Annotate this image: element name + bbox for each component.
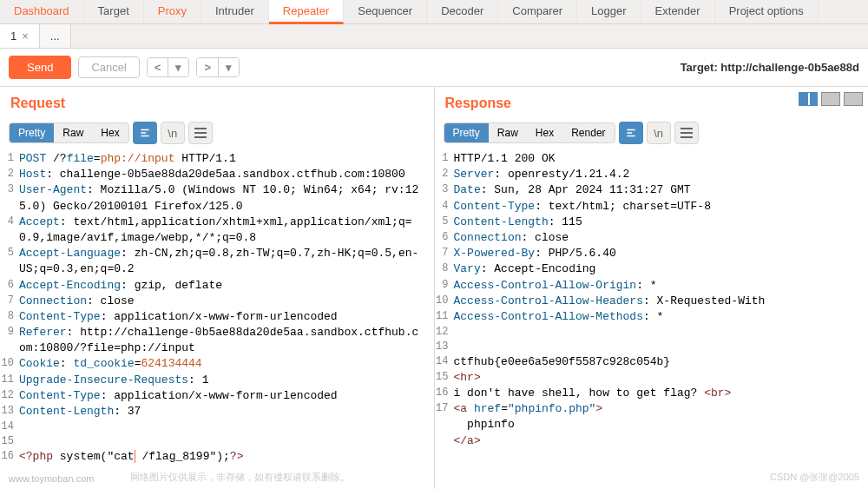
newline-icon[interactable]: \n [161,122,185,144]
sub-tab-1[interactable]: 1 × [0,24,40,48]
history-forward-dropdown[interactable]: ▾ [219,58,239,76]
request-view-hex[interactable]: Hex [92,123,128,142]
tab-target[interactable]: Target [84,0,144,23]
request-view-bar: Pretty Raw Hex \n [0,118,434,149]
target-label[interactable]: Target: http://challenge-0b5ae88d [681,61,859,74]
svg-rect-5 [681,136,693,138]
layout-tabs-icon[interactable] [844,92,863,106]
tab-sequencer[interactable]: Sequencer [344,0,427,23]
tab-proxy[interactable]: Proxy [144,0,201,23]
actions-icon[interactable] [133,122,157,144]
tab-logger[interactable]: Logger [577,0,641,23]
history-back-button[interactable]: < [148,58,169,76]
watermark-center: 网络图片仅供展示，非存储，如有侵权请联系删除。 [130,471,350,484]
history-forward-button[interactable]: > [197,58,219,76]
svg-rect-2 [194,136,207,138]
cancel-button[interactable]: Cancel [78,56,139,78]
history-back-dropdown[interactable]: ▾ [168,58,188,76]
response-editor[interactable]: 1HTTP/1.1 200 OK 2Server: openresty/1.21… [435,149,869,489]
top-tabs: Dashboard Target Proxy Intruder Repeater… [0,0,868,24]
tab-intruder[interactable]: Intruder [201,0,269,23]
tab-extender[interactable]: Extender [641,0,715,23]
request-editor[interactable]: 1POST /?file=php://input HTTP/1.1 2Host:… [0,149,434,489]
layout-switcher [799,92,863,106]
repeater-sub-tabs: 1 × ... [0,24,868,49]
hamburger-icon[interactable] [188,122,213,144]
sub-tab-new[interactable]: ... [40,24,71,48]
history-back-group: < ▾ [147,57,190,77]
watermark-right: CSDN @张张@2005 [770,471,859,484]
layout-columns-icon[interactable] [799,92,818,106]
tab-project-options[interactable]: Project options [715,0,819,23]
request-title: Request [0,87,434,118]
request-view-tabs: Pretty Raw Hex [9,122,129,143]
svg-rect-1 [194,132,207,134]
history-forward-group: > ▾ [196,57,240,77]
svg-rect-0 [194,128,207,129]
send-button[interactable]: Send [9,56,71,79]
watermark-left: www.toymoban.com [9,473,94,484]
response-view-render[interactable]: Render [562,123,614,142]
tab-decoder[interactable]: Decoder [427,0,498,23]
response-view-hex[interactable]: Hex [527,123,562,142]
response-view-raw[interactable]: Raw [489,123,527,142]
request-pane: Request Pretty Raw Hex \n 1POST /?file=p… [0,87,435,489]
svg-rect-4 [681,132,693,134]
response-pane: Response Pretty Raw Hex Render \n 1HTTP/… [435,87,869,489]
actions-icon[interactable] [619,122,643,144]
close-icon[interactable]: × [22,30,29,43]
hamburger-icon[interactable] [674,122,699,144]
request-view-pretty[interactable]: Pretty [10,123,54,142]
panes: Request Pretty Raw Hex \n 1POST /?file=p… [0,87,868,489]
tab-comparer[interactable]: Comparer [498,0,577,23]
response-view-tabs: Pretty Raw Hex Render [444,122,615,143]
action-bar: Send Cancel < ▾ > ▾ Target: http://chall… [0,49,868,87]
newline-icon[interactable]: \n [647,122,671,144]
response-view-bar: Pretty Raw Hex Render \n [435,118,869,149]
svg-rect-3 [681,128,693,129]
sub-tab-label: 1 [10,30,16,43]
request-view-raw[interactable]: Raw [54,123,92,142]
layout-rows-icon[interactable] [821,92,840,106]
tab-dashboard[interactable]: Dashboard [0,0,84,23]
response-view-pretty[interactable]: Pretty [444,123,489,142]
tab-repeater[interactable]: Repeater [269,0,344,24]
